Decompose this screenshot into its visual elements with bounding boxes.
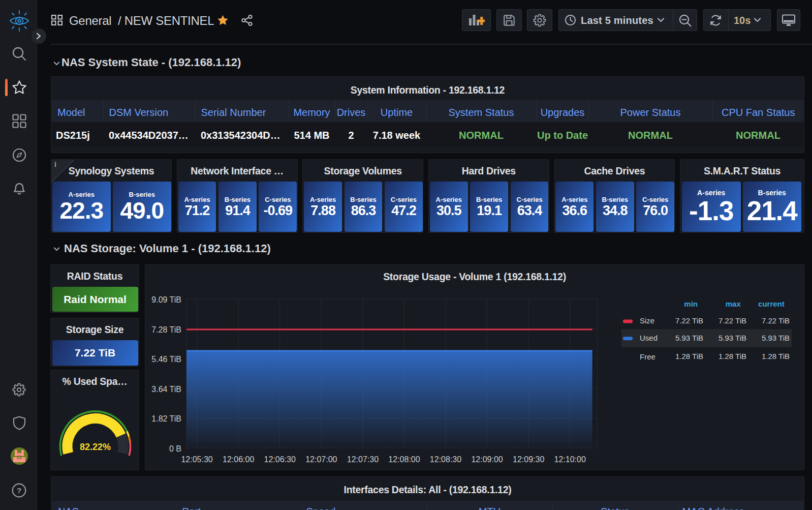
svg-text:Used: Used [640,334,658,342]
svg-text:min: min [684,299,698,308]
svg-text:12:06:00: 12:06:00 [223,455,254,464]
svg-text:1.28 TiB: 1.28 TiB [719,352,746,361]
svg-text:current: current [758,299,785,308]
svg-text:7.22 TiB: 7.22 TiB [675,316,703,325]
svg-text:5.93 TiB: 5.93 TiB [762,334,790,342]
svg-text:12:06:30: 12:06:30 [264,455,296,464]
svg-text:12:08:00: 12:08:00 [388,455,420,464]
svg-text:3.64 TiB: 3.64 TiB [151,385,181,394]
svg-text:1.28 TiB: 1.28 TiB [675,352,703,361]
svg-text:1.28 TiB: 1.28 TiB [762,352,790,361]
svg-text:12:08:30: 12:08:30 [430,455,461,464]
svg-text:1.82 TiB: 1.82 TiB [151,414,181,423]
svg-text:0 B: 0 B [169,444,181,453]
svg-text:?: ? [17,486,21,495]
svg-text:7.28 TiB: 7.28 TiB [151,325,181,334]
svg-text:12:07:30: 12:07:30 [347,455,379,464]
svg-text:12:09:30: 12:09:30 [513,455,544,464]
svg-text:Free: Free [640,352,655,361]
svg-text:5.93 TiB: 5.93 TiB [675,334,703,342]
svg-text:12:10:00: 12:10:00 [554,455,586,464]
svg-text:7.22 TiB: 7.22 TiB [762,316,790,325]
svg-text:Size: Size [640,316,654,325]
svg-text:7.22 TiB: 7.22 TiB [719,316,746,325]
svg-text:5.46 TiB: 5.46 TiB [151,355,181,364]
svg-text:max: max [726,299,741,308]
svg-text:12:07:00: 12:07:00 [305,455,337,464]
svg-text:5.93 TiB: 5.93 TiB [719,334,746,342]
svg-text:12:05:30: 12:05:30 [181,455,212,464]
svg-text:9.09 TiB: 9.09 TiB [151,295,181,304]
svg-text:82.22%: 82.22% [80,442,111,452]
svg-text:12:09:00: 12:09:00 [471,455,503,464]
